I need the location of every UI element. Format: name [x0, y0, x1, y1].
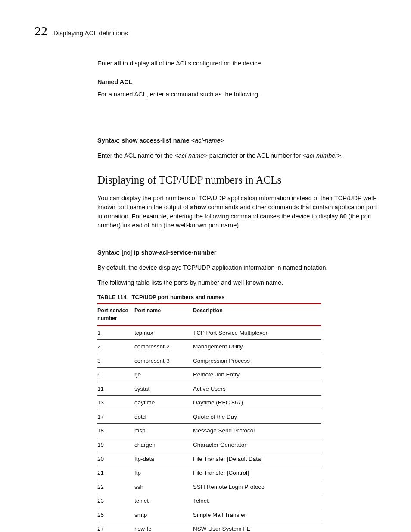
table-row: 21ftpFile Transfer [Control] — [97, 466, 321, 480]
table-body: 1tcpmuxTCP Port Service Multiplexer2comp… — [97, 326, 321, 532]
cell-desc: NSW User System FE — [193, 522, 321, 532]
cell-desc: Daytime (RFC 867) — [193, 396, 321, 410]
table-row: 20ftp-dataFile Transfer [Default Data] — [97, 452, 321, 466]
page-content: Enter all to display all of the ACLs con… — [97, 59, 377, 532]
col-header-number: Port service number — [97, 304, 134, 325]
text: Enter the ACL name for the — [97, 152, 174, 159]
cell-num: 20 — [97, 452, 134, 466]
cell-desc: File Transfer [Default Data] — [193, 452, 321, 466]
cell-name: tcpmux — [134, 326, 193, 340]
table-row: 13daytimeDaytime (RFC 867) — [97, 396, 321, 410]
syntax-label: Syntax: — [97, 137, 121, 144]
heading-named-acl: Named ACL — [97, 78, 377, 87]
text: to display all of the ACLs configured on… — [121, 60, 263, 67]
page-header: 22 Displaying ACL definitions — [34, 24, 377, 38]
syntax-label: Syntax: — [97, 249, 121, 256]
cell-name: ftp — [134, 466, 193, 480]
blank-space — [97, 105, 377, 136]
table-row: 17qotdQuote of the Day — [97, 410, 321, 424]
syntax-arg: <acl-name> — [191, 137, 224, 144]
cell-desc: SSH Remote Login Protocol — [193, 480, 321, 494]
cell-desc: Telnet — [193, 494, 321, 508]
table-row: 19chargenCharacter Generator — [97, 438, 321, 452]
cell-name: chargen — [134, 438, 193, 452]
blank-space — [97, 236, 377, 248]
cell-desc: Active Users — [193, 382, 321, 396]
cell-num: 13 — [97, 396, 134, 410]
text-italic: <acl-number> — [302, 152, 341, 159]
cell-name: compressnt-2 — [134, 340, 193, 354]
table-row: 25smtpSimple Mail Transfer — [97, 508, 321, 522]
cell-name: ssh — [134, 480, 193, 494]
syntax-optional: [no] — [121, 249, 134, 256]
cell-num: 23 — [97, 494, 134, 508]
cell-desc: Remote Job Entry — [193, 368, 321, 382]
cell-num: 5 — [97, 368, 134, 382]
cell-name: qotd — [134, 410, 193, 424]
syntax-line-1: Syntax: show access-list name <acl-name> — [97, 136, 377, 145]
text-bold-80: 80 — [340, 213, 347, 220]
cell-name: telnet — [134, 494, 193, 508]
table-label: TABLE 114 — [97, 294, 127, 300]
cell-desc: Message Send Protocol — [193, 424, 321, 438]
cell-desc: Simple Mail Transfer — [193, 508, 321, 522]
cell-num: 2 — [97, 340, 134, 354]
document-page: 22 Displaying ACL definitions Enter all … — [0, 0, 411, 532]
cell-desc: Quote of the Day — [193, 410, 321, 424]
page-number: 22 — [34, 24, 47, 38]
table-row: 22sshSSH Remote Login Protocol — [97, 480, 321, 494]
text-bold-all: all — [114, 60, 121, 67]
cell-name: systat — [134, 382, 193, 396]
cell-num: 25 — [97, 508, 134, 522]
cell-desc: File Transfer [Control] — [193, 466, 321, 480]
cell-desc: TCP Port Service Multiplexer — [193, 326, 321, 340]
text: Enter — [97, 60, 114, 67]
table-row: 3compressnt-3Compression Process — [97, 354, 321, 368]
syntax-line-2: Syntax: [no] ip show-acl-service-number — [97, 248, 377, 257]
header-title: Displaying ACL definitions — [53, 29, 128, 37]
paragraph-table-intro: The following table lists the ports by n… — [97, 278, 377, 287]
cell-name: daytime — [134, 396, 193, 410]
table-row: 18mspMessage Send Protocol — [97, 424, 321, 438]
text-italic: <acl-name> — [174, 152, 208, 159]
cell-num: 1 — [97, 326, 134, 340]
table-header-row: Port service number Port name Descriptio… — [97, 304, 321, 325]
cell-num: 18 — [97, 424, 134, 438]
table-row: 11systatActive Users — [97, 382, 321, 396]
cell-desc: Management Utility — [193, 340, 321, 354]
cell-desc: Character Generator — [193, 438, 321, 452]
ports-table: Port service number Port name Descriptio… — [97, 303, 321, 532]
table-row: 5rjeRemote Job Entry — [97, 368, 321, 382]
table-row: 23telnetTelnet — [97, 494, 321, 508]
paragraph-enter-aclname: Enter the ACL name for the <acl-name> pa… — [97, 151, 377, 160]
col-header-desc: Description — [193, 304, 321, 325]
table-row: 1tcpmuxTCP Port Service Multiplexer — [97, 326, 321, 340]
text: parameter or the ACL number for — [208, 152, 302, 159]
cell-name: ftp-data — [134, 452, 193, 466]
cell-name: nsw-fe — [134, 522, 193, 532]
paragraph-display-ports: You can display the port numbers of TCP/… — [97, 194, 377, 230]
paragraph-named-acl: For a named ACL, enter a command such as… — [97, 90, 377, 99]
table-caption: TABLE 114TCP/UDP port numbers and names — [97, 293, 377, 302]
cell-desc: Compression Process — [193, 354, 321, 368]
cell-name: smtp — [134, 508, 193, 522]
cell-name: rje — [134, 368, 193, 382]
section-heading: Displaying of TCP/UDP numbers in ACLs — [97, 172, 377, 188]
cell-num: 22 — [97, 480, 134, 494]
text: . — [341, 152, 343, 159]
cell-num: 19 — [97, 438, 134, 452]
cell-num: 21 — [97, 466, 134, 480]
cell-name: compressnt-3 — [134, 354, 193, 368]
cell-num: 11 — [97, 382, 134, 396]
table-row: 2compressnt-2Management Utility — [97, 340, 321, 354]
text-bold-show: show — [190, 204, 206, 211]
table-title: TCP/UDP port numbers and names — [132, 294, 225, 300]
cell-name: msp — [134, 424, 193, 438]
paragraph-default: By default, the device displays TCP/UDP … — [97, 263, 377, 272]
syntax-command: ip show-acl-service-number — [134, 249, 217, 256]
cell-num: 27 — [97, 522, 134, 532]
cell-num: 3 — [97, 354, 134, 368]
table-row: 27nsw-feNSW User System FE — [97, 522, 321, 532]
syntax-command: show access-list name — [121, 137, 191, 144]
cell-num: 17 — [97, 410, 134, 424]
